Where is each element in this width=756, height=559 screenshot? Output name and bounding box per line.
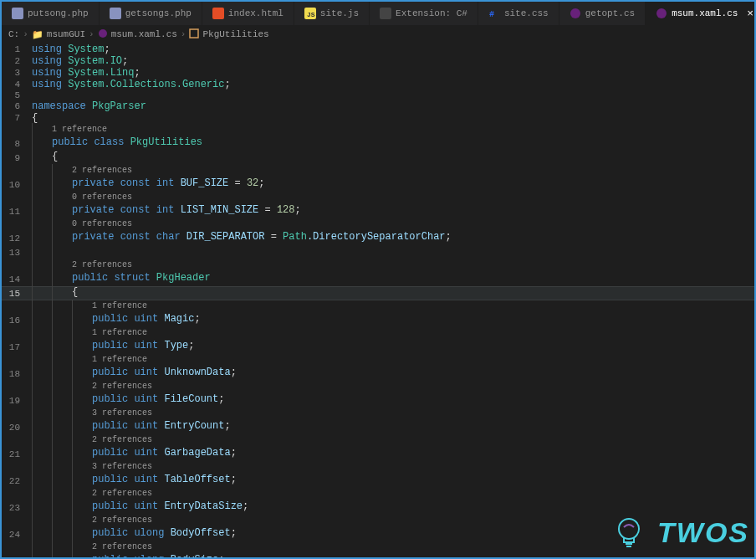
line-number: 5 <box>2 90 32 100</box>
tab-sitecss[interactable]: #site.css <box>478 2 559 25</box>
tab-label: msum.xaml.cs <box>672 8 738 18</box>
tab-label: index.html <box>228 8 284 18</box>
chevron-right-icon: › <box>181 29 186 39</box>
line-number: 24 <box>2 530 32 540</box>
line-number: 19 <box>2 396 32 406</box>
line-number: 2 <box>2 56 32 66</box>
svg-point-8 <box>656 8 667 18</box>
svg-text:JS: JS <box>307 11 315 18</box>
line-number: 10 <box>2 180 32 190</box>
line-number: 25 <box>2 556 32 560</box>
chevron-right-icon: › <box>89 29 94 39</box>
breadcrumb-item[interactable]: PkgUtilities <box>202 29 268 39</box>
svg-rect-0 <box>12 8 23 19</box>
html-icon <box>212 8 224 19</box>
breadcrumb-item[interactable]: msum.xaml.cs <box>111 29 177 39</box>
line-number: 17 <box>2 342 32 352</box>
tab-getopt[interactable]: getopt.cs <box>559 2 646 25</box>
breadcrumb-root[interactable]: C: <box>8 29 19 39</box>
tab-getsongs[interactable]: getsongs.php <box>100 2 202 25</box>
line-number: 14 <box>2 274 32 285</box>
tab-putsong[interactable]: putsong.php <box>2 2 100 25</box>
line-number: 7 <box>2 113 32 123</box>
codelens[interactable]: 2 references <box>72 166 132 175</box>
csharp-icon <box>98 28 108 41</box>
line-number: 15 <box>2 289 32 299</box>
css-icon: # <box>488 8 500 19</box>
tab-label: site.css <box>504 8 549 18</box>
breadcrumb: C: › 📁 msumGUI › msum.xaml.cs › PkgUtili… <box>2 25 754 44</box>
line-number: 1 <box>2 44 32 54</box>
line-number: 20 <box>2 423 32 433</box>
codelens[interactable]: 2 references <box>72 260 132 269</box>
line-number: 16 <box>2 315 32 326</box>
line-number: 13 <box>2 248 32 258</box>
extension-icon <box>380 8 391 19</box>
codelens[interactable]: 3 references <box>92 408 152 418</box>
codelens[interactable]: 0 references <box>72 219 132 228</box>
code-editor[interactable]: 1using System; 2using System.IO; 3using … <box>2 44 754 559</box>
codelens[interactable]: 0 references <box>72 192 132 202</box>
tab-bar: putsong.php getsongs.php index.html JSsi… <box>2 2 754 25</box>
folder-icon: 📁 <box>32 29 43 40</box>
tab-index[interactable]: index.html <box>202 2 294 25</box>
codelens[interactable]: 2 references <box>92 542 152 551</box>
tab-extension[interactable]: Extension: C# <box>370 2 478 25</box>
svg-rect-2 <box>212 8 224 19</box>
codelens[interactable]: 2 references <box>92 489 152 498</box>
line-number: 22 <box>2 476 32 486</box>
line-number: 6 <box>2 101 32 111</box>
line-number: 9 <box>2 153 32 163</box>
tab-label: Extension: C# <box>396 8 467 18</box>
tab-label: putsong.php <box>28 8 89 18</box>
codelens[interactable]: 2 references <box>92 382 152 391</box>
php-icon <box>12 8 23 19</box>
svg-rect-10 <box>190 29 198 38</box>
line-number: 21 <box>2 449 32 459</box>
tab-sitejs[interactable]: JSsite.js <box>294 2 370 25</box>
svg-text:#: # <box>489 10 494 19</box>
codelens[interactable]: 2 references <box>92 515 152 525</box>
line-number: 8 <box>2 139 32 149</box>
svg-rect-5 <box>380 8 391 19</box>
close-icon[interactable]: × <box>747 8 753 20</box>
line-number: 11 <box>2 207 32 217</box>
codelens[interactable]: 1 reference <box>52 125 107 134</box>
codelens[interactable]: 1 reference <box>92 301 147 310</box>
class-icon <box>189 28 199 41</box>
php-icon <box>110 8 121 19</box>
codelens[interactable]: 2 references <box>92 435 152 444</box>
line-number: 12 <box>2 233 32 244</box>
codelens[interactable]: 1 reference <box>92 328 147 337</box>
chevron-right-icon: › <box>23 29 28 39</box>
breadcrumb-item[interactable]: msumGUI <box>47 29 85 39</box>
line-number: 18 <box>2 369 32 379</box>
line-number: 3 <box>2 68 32 78</box>
codelens[interactable]: 3 references <box>92 462 152 471</box>
js-icon: JS <box>304 8 316 19</box>
svg-point-7 <box>570 8 580 18</box>
tab-msum[interactable]: msum.xaml.cs× <box>646 2 756 25</box>
csharp-icon <box>656 8 667 19</box>
tab-label: getopt.cs <box>585 8 635 18</box>
svg-point-9 <box>99 29 107 38</box>
csharp-icon <box>570 8 581 19</box>
svg-rect-1 <box>110 8 121 19</box>
tab-label: getsongs.php <box>125 8 192 18</box>
line-number: 4 <box>2 79 32 90</box>
codelens[interactable]: 1 reference <box>92 355 147 364</box>
line-number: 23 <box>2 503 32 513</box>
tab-label: site.js <box>320 8 359 18</box>
